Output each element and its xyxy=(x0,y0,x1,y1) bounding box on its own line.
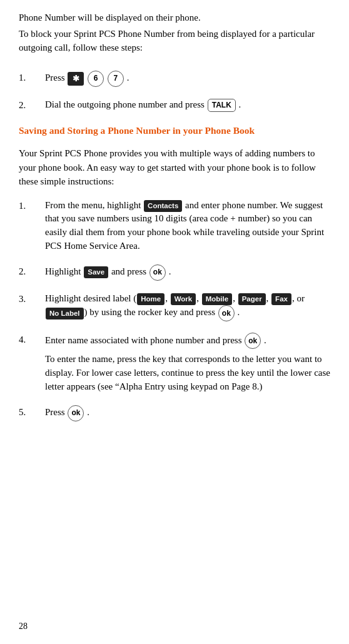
save-key: Save xyxy=(84,266,108,278)
save-step-3-num: 3. xyxy=(19,292,45,322)
ok-button-step5: ok xyxy=(68,405,84,421)
save-step-3: 3. Highlight desired label (Home, Work, … xyxy=(19,292,330,322)
step-2-content: Dial the outgoing phone number and press… xyxy=(45,98,330,113)
ok-button-step3: ok xyxy=(218,305,235,321)
save-step-5-text1: Press xyxy=(45,407,65,417)
ok-button-step2: ok xyxy=(149,264,166,281)
save-step-1-num: 1. xyxy=(19,199,45,253)
save-step-4-num: 4. xyxy=(19,333,45,393)
save-step-4: 4. Enter name associated with phone numb… xyxy=(19,333,330,393)
step-1-content: Press ✱ 6 7 . xyxy=(45,71,330,87)
page-number: 28 xyxy=(19,620,28,633)
initial-steps: 1. Press ✱ 6 7 . 2. Dial the outgoing ph… xyxy=(19,71,330,113)
work-key: Work xyxy=(171,293,196,305)
save-step-2-num: 2. xyxy=(19,264,45,281)
save-step-1-text1: From the menu, highlight xyxy=(45,200,141,210)
nolabel-key: No Label xyxy=(46,308,84,319)
step-2-text-after: . xyxy=(239,99,241,109)
save-step-2-content: Highlight Save and press ok . xyxy=(45,264,330,281)
contacts-key: Contacts xyxy=(144,200,182,212)
mobile-key: Mobile xyxy=(202,293,232,305)
key-6: 6 xyxy=(88,71,104,87)
save-step-1: 1. From the menu, highlight Contacts and… xyxy=(19,199,330,253)
save-step-4-sub: To enter the name, press the key that co… xyxy=(45,353,330,393)
step-1-text-after: . xyxy=(127,73,129,83)
fax-key: Fax xyxy=(271,293,291,305)
save-step-3-content: Highlight desired label (Home, Work, Mob… xyxy=(45,292,330,322)
section-heading: Saving and Storing a Phone Number in you… xyxy=(19,124,330,138)
section-intro: Your Sprint PCS Phone provides you with … xyxy=(19,146,330,189)
save-step-1-content: From the menu, highlight Contacts and en… xyxy=(45,199,330,253)
save-step-3-text3: . xyxy=(238,308,240,318)
step-1-text-before: Press xyxy=(45,73,65,83)
home-key: Home xyxy=(137,293,164,305)
save-step-4-line: Enter name associated with phone number … xyxy=(45,335,266,345)
intro-line2: To block your Sprint PCS Phone Number fr… xyxy=(19,28,330,55)
save-step-5-num: 5. xyxy=(19,405,45,421)
save-step-4-text2: . xyxy=(264,335,266,345)
save-step-2-text1: Highlight xyxy=(45,266,81,276)
save-step-5-content: Press ok . xyxy=(45,405,330,421)
save-step-4-content: Enter name associated with phone number … xyxy=(45,333,330,393)
save-step-2-text3: . xyxy=(169,266,171,276)
save-step-5-text2: . xyxy=(87,407,89,417)
save-step-4-text1: Enter name associated with phone number … xyxy=(45,335,242,345)
talk-button: TALK xyxy=(208,99,236,112)
save-step-3-text2: ) by using the rocker key and press xyxy=(84,308,216,318)
step-2: 2. Dial the outgoing phone number and pr… xyxy=(19,98,330,113)
step-2-num: 2. xyxy=(19,98,45,113)
pager-key: Pager xyxy=(238,293,266,305)
star-key: ✱ xyxy=(68,72,84,86)
step-2-text-before: Dial the outgoing phone number and press xyxy=(45,99,205,109)
step-1: 1. Press ✱ 6 7 . xyxy=(19,71,330,87)
step-1-num: 1. xyxy=(19,71,45,87)
key-7: 7 xyxy=(108,71,124,87)
save-steps: 1. From the menu, highlight Contacts and… xyxy=(19,199,330,421)
intro-line1: Phone Number will be displayed on their … xyxy=(19,11,330,25)
ok-button-step4: ok xyxy=(245,333,261,349)
save-step-2-text2: and press xyxy=(111,266,149,276)
save-step-5: 5. Press ok . xyxy=(19,405,330,421)
save-step-3-text1: Highlight desired label ( xyxy=(45,293,136,303)
save-step-2: 2. Highlight Save and press ok . xyxy=(19,264,330,281)
